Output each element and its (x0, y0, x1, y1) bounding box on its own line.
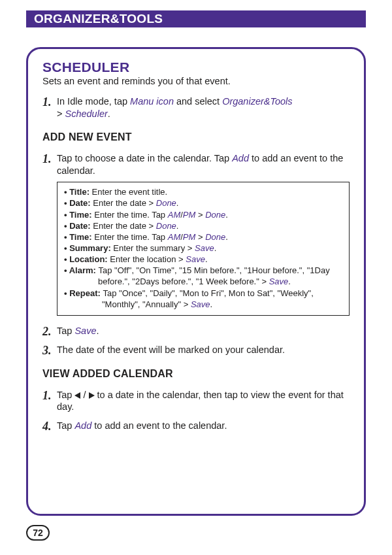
step-number: 3. (42, 344, 57, 356)
page-number: 72 (33, 528, 43, 538)
link-scheduler: Scheduler (65, 109, 108, 119)
step-text: Tap to choose a date in the calendar. Ta… (57, 152, 350, 177)
add-event-steps-2: 2. Tap Save. 3. The date of the event wi… (42, 325, 350, 356)
intro-steps: 1. In Idle mode, tap Manu icon and selec… (42, 95, 350, 120)
step-text: Tap / to a date in the calendar, then ta… (57, 389, 350, 413)
header-bar: ORGANIZER&TOOLS (26, 10, 366, 27)
field-title: • Title: Enter the event title. (64, 186, 342, 197)
step-text: In Idle mode, tap Manu icon and select O… (57, 95, 293, 120)
step-text: The date of the event will be marked on … (57, 344, 285, 356)
step-text: Tap Add to add an event to the calendar. (57, 420, 227, 432)
event-fields-box: • Title: Enter the event title. • Date: … (57, 182, 350, 316)
heading-view-calendar: VIEW ADDED CALENDAR (42, 368, 350, 380)
link-manu-icon: Manu icon (130, 96, 174, 107)
step-number: 2. (42, 325, 57, 337)
field-date-2: • Date: Enter the date > Done. (64, 220, 342, 231)
step-number: 4. (42, 420, 57, 432)
step-number: 1. (42, 152, 57, 177)
section-title: SCHEDULER (42, 59, 350, 75)
field-location: • Location: Enter the location > Save. (64, 254, 342, 265)
heading-add-event: ADD NEW EVENT (42, 131, 350, 143)
link-add: Add (232, 153, 249, 163)
step-item: 1. In Idle mode, tap Manu icon and selec… (42, 95, 350, 120)
step-number: 1. (42, 389, 57, 413)
section-subtitle: Sets an event and reminds you of that ev… (42, 76, 350, 86)
field-time-2: • Time: Enter the time. Tap AM/PM > Done… (64, 231, 342, 243)
step-item: 1. Tap / to a date in the calendar, then… (42, 389, 350, 413)
field-repeat: • Repeat: Tap "Once", "Daily", "Mon to F… (64, 288, 342, 299)
add-event-steps: 1. Tap to choose a date in the calendar.… (42, 152, 350, 177)
header-title: ORGANIZER&TOOLS (34, 12, 163, 26)
step-number: 1. (42, 95, 57, 120)
link-organizer-tools: Organizer&Tools (222, 96, 292, 107)
triangle-right-icon (89, 392, 95, 399)
view-calendar-steps: 1. Tap / to a date in the calendar, then… (42, 389, 350, 432)
field-repeat-cont: "Monthly", "Annually" > Save. (64, 299, 342, 310)
field-summary: • Summary: Enter the summary > Save. (64, 243, 342, 254)
field-time: • Time: Enter the time. Tap AM/PM > Done… (64, 209, 342, 220)
step-item: 2. Tap Save. (42, 325, 350, 337)
link-add: Add (74, 420, 91, 431)
field-date: • Date: Enter the date > Done. (64, 197, 342, 209)
step-text: Tap Save. (57, 325, 99, 337)
field-alarm: • Alarm: Tap "Off", "On Time", "15 Min b… (64, 265, 342, 276)
content-panel: SCHEDULER Sets an event and reminds you … (26, 47, 366, 516)
link-save: Save (74, 326, 96, 336)
step-item: 3. The date of the event will be marked … (42, 344, 350, 356)
step-item: 1. Tap to choose a date in the calendar.… (42, 152, 350, 177)
field-alarm-cont: before.", "2Days before.", "1 Week befor… (64, 276, 342, 287)
step-item: 4. Tap Add to add an event to the calend… (42, 420, 350, 432)
page-number-badge: 72 (26, 525, 50, 541)
